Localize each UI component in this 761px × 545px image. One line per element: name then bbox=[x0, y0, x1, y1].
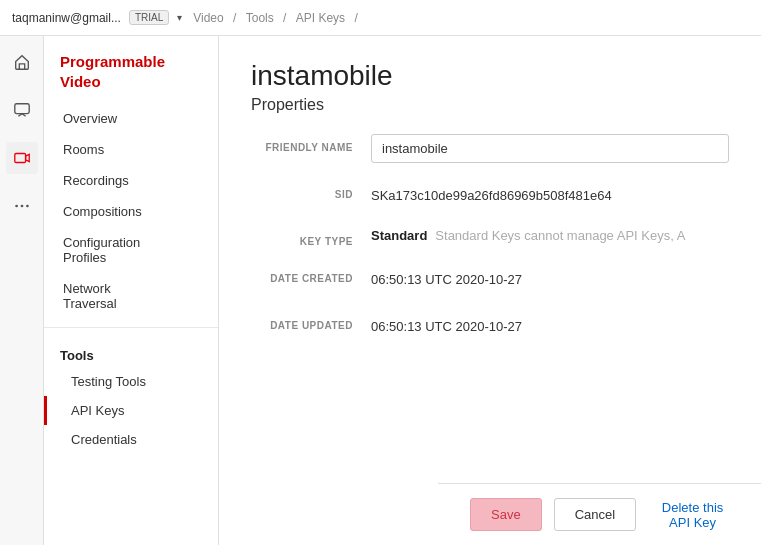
layout: Programmable Video Overview Rooms Record… bbox=[0, 36, 761, 545]
chat-icon[interactable] bbox=[6, 94, 38, 126]
key-type-value: Standard bbox=[371, 228, 427, 243]
trial-badge: TRIAL bbox=[129, 10, 169, 25]
key-type-hint: Standard Keys cannot manage API Keys, A bbox=[435, 228, 685, 243]
svg-point-2 bbox=[15, 205, 18, 208]
svg-point-3 bbox=[20, 205, 23, 208]
sidebar-item-recordings[interactable]: Recordings bbox=[44, 165, 218, 196]
sidebar-item-config-profiles[interactable]: ConfigurationProfiles bbox=[44, 227, 218, 273]
cancel-button[interactable]: Cancel bbox=[554, 498, 636, 531]
footer-bar: Save Cancel Delete this API Key bbox=[438, 483, 761, 545]
field-key-type: KEY TYPE Standard Standard Keys cannot m… bbox=[251, 228, 729, 247]
save-button[interactable]: Save bbox=[470, 498, 542, 531]
sidebar-item-credentials[interactable]: Credentials bbox=[44, 425, 218, 454]
input-friendly-name[interactable] bbox=[371, 134, 729, 163]
breadcrumb-apikeys[interactable]: API Keys bbox=[296, 11, 345, 25]
page-title: instamobile bbox=[251, 60, 729, 92]
value-sid: SKa173c10de99a26fd86969b508f481e64 bbox=[371, 181, 729, 210]
video-icon[interactable] bbox=[6, 142, 38, 174]
key-type-row: Standard Standard Keys cannot manage API… bbox=[371, 228, 729, 243]
sidebar-item-compositions[interactable]: Compositions bbox=[44, 196, 218, 227]
svg-rect-1 bbox=[14, 154, 25, 163]
breadcrumb-sep: Video bbox=[193, 11, 223, 25]
top-bar: taqmaninw@gmail... TRIAL ▾ Video / Tools… bbox=[0, 0, 761, 36]
section-title: Properties bbox=[251, 96, 729, 114]
nav-sidebar: Programmable Video Overview Rooms Record… bbox=[44, 36, 219, 545]
field-date-updated: DATE UPDATED 06:50:13 UTC 2020-10-27 bbox=[251, 312, 729, 341]
sidebar-item-rooms[interactable]: Rooms bbox=[44, 134, 218, 165]
value-date-updated: 06:50:13 UTC 2020-10-27 bbox=[371, 312, 729, 341]
account-chevron[interactable]: ▾ bbox=[177, 12, 182, 23]
label-key-type: KEY TYPE bbox=[251, 228, 371, 247]
value-date-created: 06:50:13 UTC 2020-10-27 bbox=[371, 265, 729, 294]
label-date-updated: DATE UPDATED bbox=[251, 312, 371, 331]
sidebar-divider bbox=[44, 327, 218, 328]
field-date-created: DATE CREATED 06:50:13 UTC 2020-10-27 bbox=[251, 265, 729, 294]
breadcrumb-tools[interactable]: Tools bbox=[246, 11, 274, 25]
delete-button[interactable]: Delete this API Key bbox=[656, 500, 729, 530]
label-sid: SID bbox=[251, 181, 371, 200]
tools-label: Tools bbox=[44, 336, 218, 367]
label-friendly-name: FRIENDLY NAME bbox=[251, 134, 371, 153]
nav-section-title: Programmable Video bbox=[44, 52, 218, 103]
label-date-created: DATE CREATED bbox=[251, 265, 371, 284]
breadcrumb: Video / Tools / API Keys / bbox=[190, 11, 361, 25]
account-label[interactable]: taqmaninw@gmail... bbox=[12, 11, 121, 25]
icon-sidebar bbox=[0, 36, 44, 545]
home-icon[interactable] bbox=[6, 46, 38, 78]
value-friendly-name bbox=[371, 134, 729, 163]
svg-point-4 bbox=[26, 205, 29, 208]
more-icon[interactable] bbox=[6, 190, 38, 222]
sidebar-item-network-traversal[interactable]: NetworkTraversal bbox=[44, 273, 218, 319]
svg-rect-0 bbox=[14, 104, 28, 114]
sidebar-item-api-keys[interactable]: API Keys bbox=[44, 396, 218, 425]
sidebar-item-testing-tools[interactable]: Testing Tools bbox=[44, 367, 218, 396]
sidebar-item-overview[interactable]: Overview bbox=[44, 103, 218, 134]
main-content: instamobile Properties FRIENDLY NAME SID… bbox=[219, 36, 761, 545]
field-friendly-name: FRIENDLY NAME bbox=[251, 134, 729, 163]
main-wrapper: instamobile Properties FRIENDLY NAME SID… bbox=[219, 36, 761, 545]
field-sid: SID SKa173c10de99a26fd86969b508f481e64 bbox=[251, 181, 729, 210]
